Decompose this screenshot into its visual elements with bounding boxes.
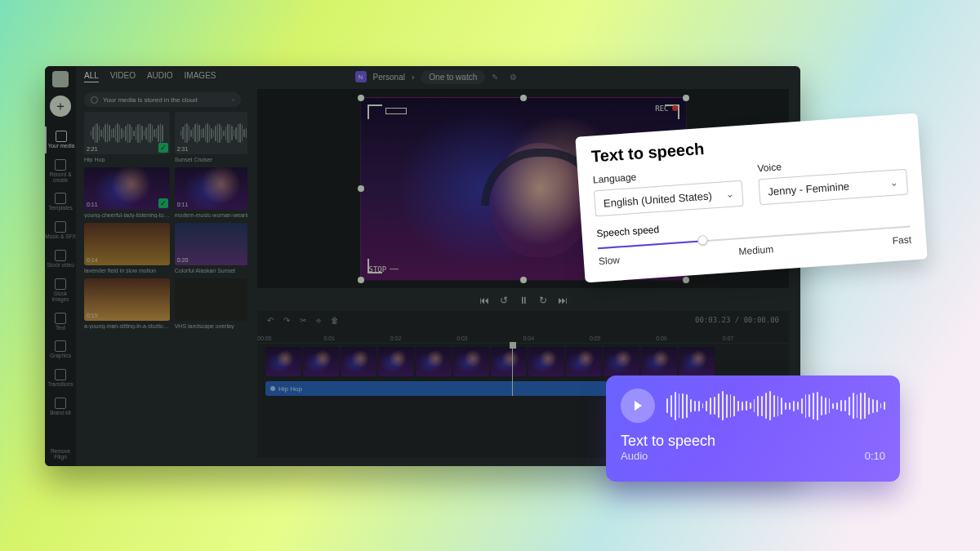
stop-indicator: STOP ── xyxy=(369,265,399,273)
audio-player-card: Text to speech Audio 0:10 xyxy=(606,375,900,482)
sidebar-item[interactable]: Text xyxy=(45,309,76,335)
redo-icon[interactable]: ↷ xyxy=(283,316,290,325)
sidebar-item-label: Stock video xyxy=(47,263,74,269)
resize-handle[interactable] xyxy=(683,277,689,283)
sidebar-item[interactable]: Templates xyxy=(45,189,76,216)
ruler-tick: 0:06 xyxy=(656,335,667,341)
sidebar-item-icon xyxy=(55,340,66,352)
delete-icon[interactable]: 🗑 xyxy=(331,316,339,325)
media-item[interactable]: 0:11✓young-cheerful-lady-listening-to… xyxy=(84,167,170,218)
media-caption: Sunset Cruiser xyxy=(175,157,247,162)
media-item[interactable]: 0:15a-young-man-sitting-in-a-studio… xyxy=(84,278,170,329)
waveform xyxy=(666,390,885,421)
cloud-notice[interactable]: Your media is stored in the cloud xyxy=(84,92,241,107)
resize-handle[interactable] xyxy=(683,95,689,101)
sidebar-item-icon xyxy=(55,193,66,204)
play-button[interactable] xyxy=(621,389,655,423)
timeline-clip[interactable] xyxy=(453,347,489,376)
duration-badge: 0:11 xyxy=(177,202,189,207)
language-select[interactable]: English (United States) ⌄ xyxy=(594,180,744,217)
speed-tick-fast: Fast xyxy=(892,233,911,247)
sidebar-item[interactable]: Record & create xyxy=(45,155,76,188)
nav-sidebar: ＋ Your mediaRecord & createTemplatesMusi… xyxy=(45,66,76,466)
sidebar-item[interactable]: Stock images xyxy=(45,274,76,307)
timeline-clip[interactable] xyxy=(491,347,527,376)
media-panel: 2:21✓Hip Hop2:31✓Sunset Cruiser0:11✓youn… xyxy=(84,112,247,466)
prev-icon[interactable]: ⏮ xyxy=(479,295,489,306)
media-item[interactable]: 0:20Colorful Alaskan Sunset xyxy=(175,223,247,273)
sidebar-item[interactable]: Brand kit xyxy=(45,393,76,420)
edit-icon[interactable]: ✎ xyxy=(492,73,498,82)
slider-fill xyxy=(598,241,698,250)
resize-handle[interactable] xyxy=(358,185,364,192)
media-tab[interactable]: AUDIO xyxy=(147,71,173,82)
video-track[interactable] xyxy=(257,344,789,380)
step-fwd-icon[interactable]: ↻ xyxy=(538,295,548,306)
timeline-clip[interactable] xyxy=(604,347,639,376)
breadcrumb: N Personal › One to watch ✎ ⚙ xyxy=(355,70,518,84)
resize-handle[interactable] xyxy=(358,277,364,283)
playhead[interactable] xyxy=(512,344,513,396)
timeline-ruler[interactable]: 00:000:010:020:030:040:050:060:07 xyxy=(257,329,789,344)
language-value: English (United States) xyxy=(603,189,712,209)
timeline-clip[interactable] xyxy=(679,347,715,376)
sidebar-item[interactable]: Stock video xyxy=(45,246,76,273)
timeline-clip[interactable] xyxy=(416,347,452,376)
sidebar-item-label: Text xyxy=(56,326,65,331)
media-item[interactable]: 2:31✓Sunset Cruiser xyxy=(175,112,247,162)
slider-knob[interactable] xyxy=(697,235,708,246)
timeline-clip[interactable] xyxy=(341,347,376,376)
media-item[interactable]: 0:11✓modern-music-woman-wearing… xyxy=(175,167,247,218)
workspace-name[interactable]: Personal xyxy=(373,73,405,82)
timeline-clip[interactable] xyxy=(265,347,301,376)
next-icon[interactable]: ⏭ xyxy=(558,295,568,306)
sidebar-bottom-link[interactable]: Remove Filign xyxy=(45,448,76,460)
sidebar-item-icon xyxy=(55,313,66,324)
ruler-tick: 0:05 xyxy=(590,335,601,341)
media-tab[interactable]: VIDEO xyxy=(110,71,136,82)
media-tabs: ALLVIDEOAUDIOIMAGES xyxy=(84,71,216,82)
media-caption: lavender field in slow motion xyxy=(84,268,170,273)
resize-handle[interactable] xyxy=(358,95,364,101)
sidebar-item-label: Record & create xyxy=(45,172,76,184)
resize-handle[interactable] xyxy=(520,277,527,283)
chevron-right-icon: › xyxy=(412,73,414,82)
media-tab[interactable]: IMAGES xyxy=(185,71,216,82)
step-back-icon[interactable]: ↺ xyxy=(499,295,509,306)
timeline-clip[interactable] xyxy=(566,347,602,376)
settings-icon[interactable]: ⚙ xyxy=(510,73,517,82)
timeline-clip[interactable] xyxy=(528,347,564,376)
sidebar-item[interactable]: Graphics xyxy=(45,336,76,363)
scissors-icon[interactable]: ✂ xyxy=(300,316,306,325)
sidebar-item[interactable]: Transitions xyxy=(45,365,76,392)
sidebar-item-label: Brand kit xyxy=(50,411,71,416)
play-pause-icon[interactable]: ⏸ xyxy=(519,295,528,306)
time-readout: 00:03.23 / 00:00.00 xyxy=(695,316,779,324)
media-tab[interactable]: ALL xyxy=(84,71,99,82)
duration-badge: 2:31 xyxy=(177,146,189,152)
media-item[interactable]: 0:14lavender field in slow motion xyxy=(84,223,170,273)
media-caption: Hip Hop xyxy=(84,157,170,162)
resize-handle[interactable] xyxy=(520,95,527,101)
sidebar-item[interactable]: Music & SFX xyxy=(45,217,76,244)
duration-badge: 0:15 xyxy=(87,313,98,318)
voice-select[interactable]: Jenny - Feminine ⌄ xyxy=(758,169,908,206)
ruler-tick: 0:02 xyxy=(390,335,402,341)
rec-indicator: REC xyxy=(655,104,677,113)
media-item[interactable]: VHS landscape overlay xyxy=(175,278,247,329)
workspace-badge-icon: N xyxy=(355,71,367,82)
timeline-clip[interactable] xyxy=(641,347,677,376)
timeline-clip[interactable] xyxy=(303,347,339,376)
sidebar-item-icon xyxy=(55,369,66,380)
project-name[interactable]: One to watch xyxy=(421,70,485,84)
voice-value: Jenny - Feminine xyxy=(768,180,850,198)
checkmark-icon: ✓ xyxy=(158,198,168,208)
timeline-clip[interactable] xyxy=(378,347,414,376)
add-button[interactable]: ＋ xyxy=(50,96,71,117)
sidebar-item[interactable]: Your media xyxy=(45,127,76,153)
audio-clip-label: Hip Hop xyxy=(278,385,302,393)
undo-icon[interactable]: ↶ xyxy=(267,316,274,325)
ruler-tick: 0:03 xyxy=(457,335,468,341)
media-item[interactable]: 2:21✓Hip Hop xyxy=(84,112,170,162)
split-icon[interactable]: ⎆ xyxy=(316,316,321,325)
